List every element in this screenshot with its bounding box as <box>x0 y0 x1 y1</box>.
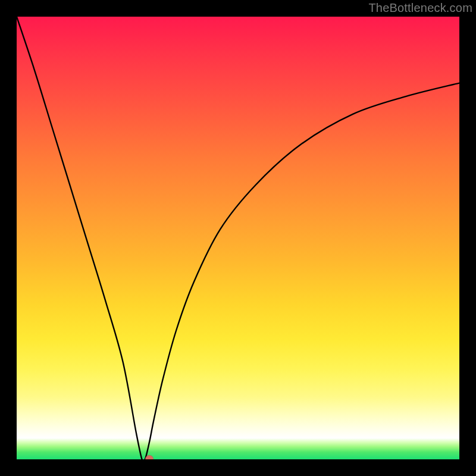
minimum-marker-icon <box>145 455 154 459</box>
watermark-text: TheBottleneck.com <box>368 1 472 15</box>
curve-svg <box>17 17 459 459</box>
plot-area <box>17 17 459 459</box>
chart-frame: TheBottleneck.com <box>0 0 476 476</box>
curve-path <box>17 17 459 459</box>
